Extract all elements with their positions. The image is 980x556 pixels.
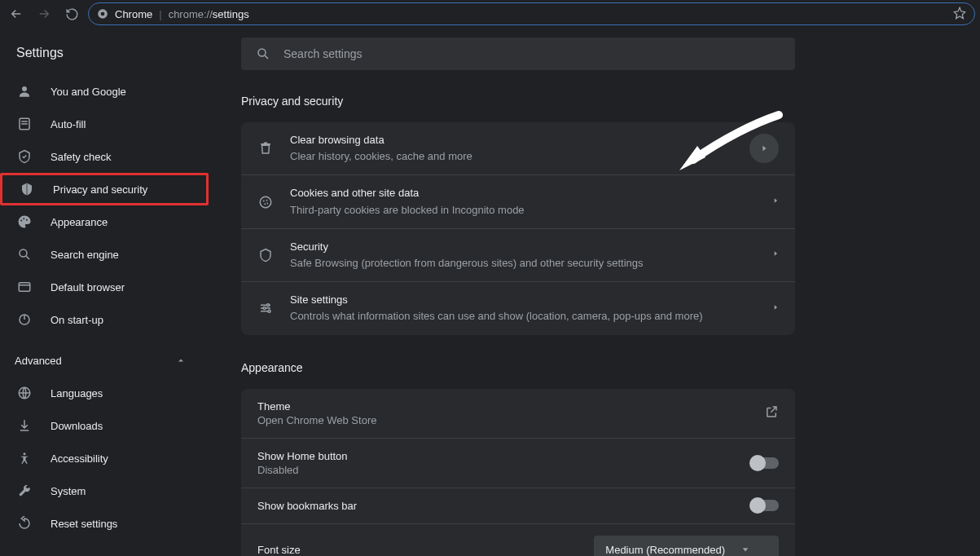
bookmarks-bar-toggle[interactable] [751, 500, 779, 511]
row-security[interactable]: Security Safe Browsing (protection from … [241, 229, 795, 282]
sidebar-label: System [51, 485, 86, 497]
row-title: Show bookmarks bar [257, 500, 357, 512]
settings-sidebar: Settings You and Google Auto-fill Safety… [0, 28, 209, 556]
back-button[interactable] [5, 2, 28, 25]
privacy-section-title: Privacy and security [241, 95, 947, 108]
privacy-card-group: Clear browsing data Clear history, cooki… [241, 122, 795, 335]
row-theme[interactable]: Theme Open Chrome Web Store [241, 389, 795, 439]
sidebar-item-you-and-google[interactable]: You and Google [0, 75, 209, 108]
sidebar-label: Default browser [51, 281, 125, 293]
tune-icon [257, 300, 274, 316]
autofill-icon [16, 116, 33, 132]
globe-icon [16, 385, 33, 401]
sidebar-label: Safety check [51, 151, 111, 163]
bookmark-star-icon[interactable] [953, 7, 966, 22]
row-title: Cookies and other site data [290, 186, 756, 201]
wrench-icon [16, 483, 33, 499]
chevron-down-icon [741, 545, 749, 554]
appearance-section-title: Appearance [241, 361, 947, 374]
external-link-icon [764, 404, 779, 421]
palette-icon [16, 214, 33, 230]
row-sub: Controls what information sites can use … [290, 309, 756, 324]
search-icon [16, 246, 33, 263]
sidebar-label: Appearance [51, 216, 108, 228]
forward-button[interactable] [33, 2, 55, 25]
sidebar-item-default-browser[interactable]: Default browser [0, 271, 209, 303]
cookie-icon [257, 194, 274, 210]
sidebar-label: Privacy and security [53, 183, 147, 196]
sidebar-label: Accessibility [51, 452, 108, 465]
sidebar-item-appearance[interactable]: Appearance [0, 205, 209, 238]
select-value: Medium (Recommended) [605, 544, 725, 556]
row-site-settings[interactable]: Site settings Controls what information … [241, 282, 795, 334]
svg-point-9 [20, 249, 27, 257]
advanced-label: Advanced [15, 355, 62, 367]
search-settings-wrap[interactable] [241, 38, 795, 70]
sidebar-label: Reset settings [51, 518, 117, 530]
row-cookies[interactable]: Cookies and other site data Third-party … [241, 175, 795, 228]
chrome-label: Chrome [115, 8, 152, 20]
svg-point-17 [266, 199, 268, 201]
person-icon [16, 83, 33, 99]
svg-point-18 [264, 203, 266, 205]
chevron-right-icon [772, 302, 779, 315]
svg-rect-10 [19, 283, 30, 292]
svg-point-2 [22, 86, 27, 91]
download-icon [16, 417, 33, 434]
sidebar-label: Auto-fill [51, 118, 86, 130]
svg-point-1 [101, 12, 105, 16]
sidebar-label: Languages [51, 387, 103, 399]
row-bookmarks-bar: Show bookmarks bar [241, 488, 795, 524]
sidebar-section-advanced[interactable]: Advanced [0, 344, 209, 377]
chevron-right-icon [772, 196, 779, 208]
sidebar-item-languages[interactable]: Languages [0, 377, 209, 409]
shield-icon [257, 247, 274, 263]
sidebar-item-downloads[interactable]: Downloads [0, 409, 209, 442]
svg-point-8 [26, 219, 28, 221]
power-icon [16, 311, 33, 328]
svg-point-16 [263, 200, 265, 201]
row-title: Security [290, 240, 756, 254]
sidebar-item-safety-check[interactable]: Safety check [0, 140, 209, 173]
trash-icon [257, 140, 274, 157]
row-title: Font size [257, 544, 301, 556]
search-icon [256, 46, 270, 61]
row-title: Clear browsing data [290, 133, 733, 148]
row-sub: Open Chrome Web Store [257, 414, 376, 426]
home-button-toggle[interactable] [751, 457, 779, 469]
sidebar-item-system[interactable]: System [0, 474, 209, 507]
address-bar[interactable]: Chrome | chrome://settings [88, 2, 975, 25]
safety-icon [16, 148, 33, 165]
row-title: Site settings [290, 293, 756, 307]
sidebar-item-autofill[interactable]: Auto-fill [0, 108, 209, 140]
browser-toolbar: Chrome | chrome://settings [0, 0, 980, 28]
sidebar-item-reset-settings[interactable]: Reset settings [0, 507, 209, 540]
svg-rect-4 [21, 121, 28, 122]
shield-icon [19, 181, 35, 197]
svg-point-13 [24, 452, 26, 455]
row-home-button: Show Home button Disabled [241, 439, 795, 488]
search-settings-input[interactable] [283, 47, 780, 60]
sidebar-item-on-startup[interactable]: On start-up [0, 303, 209, 336]
accessibility-icon [16, 450, 33, 466]
settings-main: Privacy and security Clear browsing data… [209, 28, 980, 556]
sidebar-label: On start-up [51, 314, 103, 326]
svg-point-15 [260, 196, 271, 208]
chevron-up-icon [176, 355, 186, 365]
svg-point-7 [23, 218, 24, 219]
reload-button[interactable] [60, 2, 83, 25]
row-font-size: Font size Medium (Recommended) [241, 524, 795, 557]
svg-point-6 [20, 220, 22, 222]
font-size-select[interactable]: Medium (Recommended) [594, 536, 779, 557]
chrome-icon [97, 8, 108, 20]
sidebar-label: You and Google [51, 86, 126, 98]
sidebar-item-privacy-security[interactable]: Privacy and security [0, 173, 209, 205]
row-sub: Clear history, cookies, cache and more [290, 149, 733, 164]
row-sub: Safe Browsing (protection from dangerous… [290, 256, 756, 271]
sidebar-item-search-engine[interactable]: Search engine [0, 238, 209, 271]
row-title: Theme [257, 400, 376, 413]
row-clear-browsing-data[interactable]: Clear browsing data Clear history, cooki… [241, 122, 795, 175]
sidebar-label: Downloads [51, 420, 103, 432]
sidebar-item-accessibility[interactable]: Accessibility [0, 442, 209, 474]
reset-icon [16, 515, 33, 532]
